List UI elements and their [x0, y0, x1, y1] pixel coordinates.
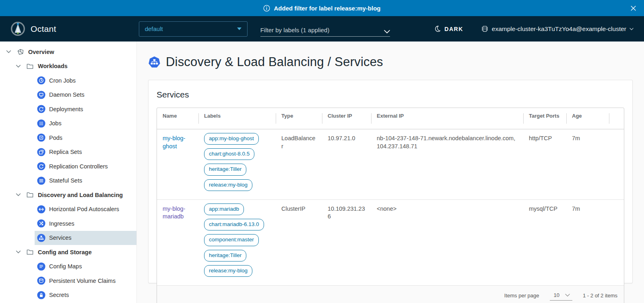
- notification-message: Added filter for label release:my-blog: [274, 5, 380, 12]
- folder-icon: [26, 248, 34, 256]
- cluster-selector[interactable]: example-cluster-ka3TuTzYo4a@example-clus…: [481, 25, 634, 33]
- label-filter-text: Filter by labels (1 applied): [260, 27, 330, 33]
- sidebar-item-cron-jobs[interactable]: Cron Jobs: [35, 73, 136, 88]
- sidebar-item-config-and-storage[interactable]: Config and Storage: [0, 245, 136, 259]
- sidebar-item-label: Services: [49, 235, 72, 241]
- cluster-icon: [481, 25, 489, 33]
- folder-icon: [26, 62, 34, 71]
- cell-external_ip: <none>: [371, 200, 523, 285]
- sidebar-item-label: Discovery and Load Balancing: [38, 192, 123, 198]
- sidebar-item-config-maps[interactable]: Config Maps: [35, 259, 136, 274]
- chevron-down-icon[interactable]: [14, 64, 23, 68]
- column-header-target_ports[interactable]: Target Ports: [523, 108, 566, 129]
- label-pill[interactable]: component:master: [204, 234, 259, 246]
- services-card: Services NameLabelsTypeCluster IPExterna…: [148, 80, 633, 283]
- sidebar-item-services[interactable]: Services: [35, 231, 136, 245]
- secrets-icon: [37, 291, 45, 299]
- items-per-page-value: 10: [554, 292, 559, 298]
- jobs-icon: [37, 119, 45, 128]
- chevron-down-icon[interactable]: [14, 193, 23, 197]
- sidebar-item-label: Jobs: [49, 120, 62, 127]
- app-logo-wrap[interactable]: Octant: [10, 21, 56, 36]
- cell-name: my-blog-mariadb: [157, 200, 198, 285]
- label-pill[interactable]: app:my-blog-ghost: [204, 133, 259, 145]
- column-header-external_ip[interactable]: External IP: [371, 108, 523, 129]
- sidebar-item-replication-controllers[interactable]: Replication Controllers: [35, 159, 136, 174]
- caret-down-icon: [237, 27, 242, 30]
- app-header: Octant default Filter by labels (1 appli…: [0, 16, 644, 42]
- cell-labels: app:mariadbchart:mariadb-6.13.0component…: [198, 200, 276, 285]
- namespace-select[interactable]: default: [139, 21, 248, 37]
- pagination-range: 1 - 2 of 2 items: [583, 293, 617, 299]
- services-icon: [37, 234, 45, 242]
- cell-target_ports: http/TCP: [523, 129, 566, 199]
- sidebar-item-label: Secrets: [49, 292, 69, 298]
- moon-icon: [434, 25, 441, 32]
- sidebar-item-pods[interactable]: Pods: [35, 131, 136, 145]
- sidebar-item-label: Stateful Sets: [49, 177, 82, 184]
- chevron-down-icon[interactable]: [4, 50, 13, 54]
- sidebar-item-stateful-sets[interactable]: Stateful Sets: [35, 174, 136, 188]
- cell-labels: app:my-blog-ghostchart:ghost-8.0.5herita…: [198, 129, 276, 199]
- column-header-type[interactable]: Type: [276, 108, 322, 129]
- chevron-down-icon: [384, 30, 390, 33]
- cell-cluster_ip: 10.109.231.236: [322, 200, 371, 285]
- sidebar-item-ingresses[interactable]: Ingresses: [35, 216, 136, 231]
- cell-filler: [609, 129, 624, 199]
- label-pill[interactable]: chart:mariadb-6.13.0: [204, 219, 264, 230]
- sidebar-item-persistent-volume-claims[interactable]: Persistent Volume Claims: [35, 274, 136, 288]
- dark-mode-label: DARK: [444, 26, 463, 32]
- folder-icon: [26, 191, 34, 199]
- replication-controllers-icon: [37, 162, 45, 170]
- horizontal-pod-autoscalers-icon: [37, 205, 45, 214]
- label-pill[interactable]: heritage:Tiller: [204, 250, 246, 261]
- label-pill[interactable]: heritage:Tiller: [204, 164, 246, 175]
- column-header-age[interactable]: Age: [566, 108, 609, 129]
- sidebar-item-label: Config Maps: [49, 263, 82, 270]
- column-header-labels[interactable]: Labels: [198, 108, 276, 129]
- chevron-down-icon: [565, 294, 570, 297]
- pods-icon: [37, 133, 45, 142]
- sidebar-item-label: Replica Sets: [49, 149, 82, 155]
- items-per-page-select[interactable]: 10: [550, 291, 572, 301]
- cell-type: ClusterIP: [276, 200, 322, 285]
- label-pill[interactable]: release:my-blog: [204, 265, 252, 277]
- label-pill[interactable]: app:mariadb: [204, 203, 244, 215]
- replica-sets-icon: [37, 148, 45, 156]
- column-header-cluster_ip[interactable]: Cluster IP: [322, 108, 371, 129]
- table-header-row: NameLabelsTypeCluster IPExternal IPTarge…: [157, 108, 624, 129]
- sidebar-item-replica-sets[interactable]: Replica Sets: [35, 145, 136, 160]
- table-pagination: Items per page 10 1 - 2 of 2 items: [157, 286, 624, 303]
- sidebar-item-overview[interactable]: Overview: [0, 45, 136, 59]
- sidebar-item-deployments[interactable]: Deployments: [35, 102, 136, 116]
- cell-age: 7m: [566, 200, 609, 285]
- sidebar-item-label: Overview: [28, 49, 54, 55]
- sidebar-item-jobs[interactable]: Jobs: [35, 116, 136, 131]
- label-pill[interactable]: release:my-blog: [204, 179, 252, 191]
- cell-filler: [609, 200, 624, 285]
- label-pill[interactable]: chart:ghost-8.0.5: [204, 148, 254, 160]
- close-icon[interactable]: [629, 4, 638, 12]
- sidebar-item-label: Deployments: [49, 106, 83, 112]
- service-name-link[interactable]: my-blog-mariadb: [163, 205, 185, 220]
- chevron-down-icon[interactable]: [14, 250, 23, 254]
- cell-type: LoadBalancer: [276, 129, 322, 199]
- sidebar-item-label: Replication Controllers: [49, 163, 108, 170]
- sidebar-item-horizontal-pod-autoscalers[interactable]: Horizontal Pod Autoscalers: [35, 202, 136, 217]
- service-name-link[interactable]: my-blog-ghost: [163, 135, 185, 149]
- sidebar-item-daemon-sets[interactable]: Daemon Sets: [35, 88, 136, 102]
- daemon-sets-icon: [37, 91, 45, 99]
- deployments-icon: [37, 105, 45, 113]
- services-heptagon-icon: [148, 56, 161, 68]
- column-header-filler: [609, 108, 624, 129]
- sidebar-item-discovery-and-load-balancing[interactable]: Discovery and Load Balancing: [0, 188, 136, 202]
- items-per-page-label: Items per page: [504, 293, 539, 299]
- sidebar-item-secrets[interactable]: Secrets: [35, 288, 136, 303]
- overview-icon: [16, 48, 25, 56]
- column-header-name[interactable]: Name: [157, 108, 198, 129]
- dark-mode-toggle[interactable]: DARK: [434, 25, 463, 32]
- label-filter-dropdown[interactable]: Filter by labels (1 applied): [260, 21, 390, 37]
- sidebar-item-workloads[interactable]: Workloads: [0, 59, 136, 74]
- cell-cluster_ip: 10.97.21.0: [322, 129, 371, 199]
- sidebar-item-label: Pods: [49, 135, 62, 141]
